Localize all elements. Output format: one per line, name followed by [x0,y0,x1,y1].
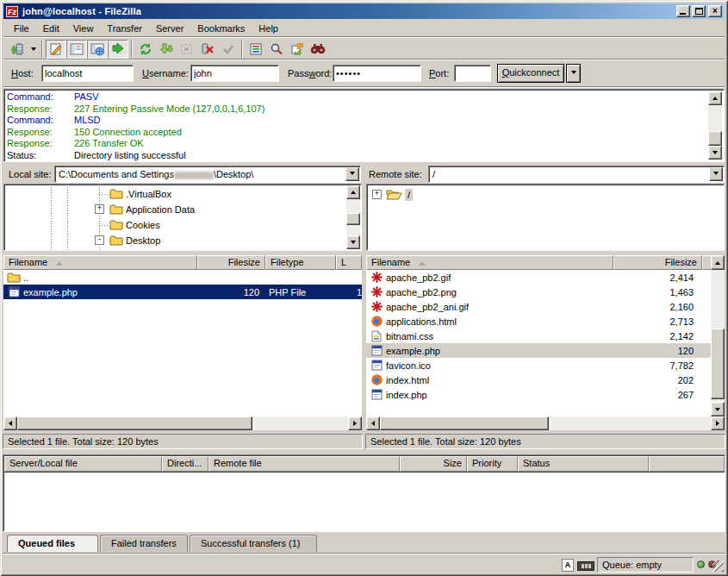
menu-file[interactable]: File [7,22,36,35]
speed-limit-indicator-icon[interactable] [577,561,594,571]
queue-header-server-local-file[interactable]: Server/Local file [4,456,162,472]
password-input[interactable] [333,65,421,82]
remote-row[interactable]: favicon.ico 7,782 [366,358,711,373]
remote-row[interactable]: bitnami.css 2,142 [366,329,711,343]
close-button[interactable]: × [708,5,722,17]
quickconnect-dropdown[interactable] [566,64,581,83]
local-scroll-right[interactable] [348,416,362,430]
remote-file-list: apache_pb2.gif 2,414 apache_pb2.png 1,46… [366,270,711,416]
apache-icon [371,272,383,283]
local-row-example-php[interactable]: example.php 120 PHP File 1 [3,285,362,299]
username-input[interactable] [190,65,279,82]
reconnect-button[interactable] [218,40,239,59]
arrow-up-icon [351,188,356,194]
chevron-down-icon [31,47,36,53]
log-scroll-down-button[interactable] [708,146,722,160]
log-scrollbar-thumb[interactable] [708,131,722,146]
log-line: Status:Directory listing successful [7,150,706,162]
local-scroll-left[interactable] [3,416,17,430]
queue-header-direction[interactable]: Directi... [162,456,208,472]
directory-comparison-button[interactable] [308,40,328,59]
queue-header-size[interactable]: Size [400,456,467,472]
chevron-down-icon [350,172,355,178]
menu-bookmarks[interactable]: Bookmarks [190,22,252,35]
remote-row[interactable]: applications.html 2,713 [366,314,711,329]
maximize-button[interactable] [692,5,706,17]
remote-root-label: / [405,189,413,201]
remote-list-scrollbar-thumb[interactable] [711,329,725,399]
toggle-local-tree-button[interactable] [66,40,87,59]
site-manager-icon [9,42,25,56]
local-header-lastmodified[interactable]: L [336,255,362,270]
site-manager-button[interactable] [7,40,28,59]
tab-queued-files[interactable]: Queued files [7,535,98,552]
expand-plus-icon[interactable]: + [95,204,104,214]
remote-site-combobox[interactable]: / [428,166,725,183]
tree-item-cookies[interactable]: Cookies [4,217,332,233]
tree-item-desktop[interactable]: - Desktop [4,233,332,248]
local-tree-scroll-down[interactable] [346,235,360,249]
menu-help[interactable]: Help [252,22,285,35]
local-tree-scroll-up[interactable] [346,185,360,199]
disconnect-button[interactable] [197,40,218,59]
tree-item-root[interactable]: + / [367,187,539,203]
log-scroll-up-button[interactable] [708,91,722,105]
minimize-button[interactable] [676,5,690,17]
expand-plus-icon[interactable]: + [372,190,382,199]
remote-list-scroll-down[interactable] [711,402,725,416]
site-manager-dropdown[interactable] [28,40,39,59]
menu-server[interactable]: Server [149,22,190,35]
synchronized-browsing-button[interactable] [287,40,308,59]
remote-list-scroll-up[interactable] [711,255,725,270]
queue-header-status[interactable]: Status [518,456,649,472]
remote-row[interactable]: apache_pb2.png 1,463 [366,285,711,299]
message-log: Command:PASV Response:227 Entering Passi… [3,89,725,162]
directory-filters-button[interactable] [246,40,266,59]
remote-row[interactable]: index.php 267 [366,387,711,402]
queue-header-remote-file[interactable]: Remote file [208,456,400,472]
menu-view[interactable]: View [66,22,101,35]
menu-edit[interactable]: Edit [36,22,66,35]
remote-scroll-left[interactable] [366,416,380,430]
title-bar[interactable]: Fz john@localhost - FileZilla × [3,3,725,19]
remote-site-dropdown[interactable] [709,167,723,181]
refresh-button[interactable] [135,40,156,59]
remote-row[interactable]: apache_pb2.gif 2,414 [366,270,711,285]
collapse-minus-icon[interactable]: - [95,235,104,245]
toggle-transfer-queue-button[interactable] [108,40,128,59]
tab-failed-transfers[interactable]: Failed transfers [100,535,188,552]
local-header-filetype[interactable]: Filetype [265,255,336,270]
message-log-icon [49,42,63,56]
tree-item-application-data[interactable]: + Application Data [4,202,332,217]
queue-header-priority[interactable]: Priority [467,456,518,472]
folder-open-icon [386,188,402,200]
remote-site-label: Remote site: [369,166,422,183]
quickconnect-button[interactable]: Quickconnect [497,64,564,83]
cancel-operation-button[interactable] [177,40,197,59]
remote-row[interactable]: index.html 202 [366,373,711,387]
local-row-parentdir[interactable]: .. [3,270,362,285]
host-input[interactable] [41,65,134,82]
remote-row-selected[interactable]: example.php 120 [366,343,711,358]
remote-hscrollbar-thumb[interactable] [380,416,549,430]
toggle-message-log-button[interactable] [46,40,66,59]
local-hscrollbar-thumb[interactable] [17,416,252,430]
tab-successful-transfers[interactable]: Successful transfers (1) [190,535,317,552]
process-queue-button[interactable] [156,40,177,59]
local-header-filename[interactable]: Filename [3,255,197,270]
remote-scroll-right[interactable] [711,416,725,430]
local-tree-scrollbar-thumb[interactable] [346,213,360,225]
local-site-dropdown[interactable] [345,167,359,181]
local-header-filesize[interactable]: Filesize [197,255,265,270]
remote-header-filename[interactable]: Filename [366,255,613,270]
port-input[interactable] [454,65,491,82]
transfer-type-indicator-icon[interactable]: A [562,559,574,572]
remote-header-filesize[interactable]: Filesize [613,255,702,270]
file-search-button[interactable] [266,40,287,59]
toggle-remote-tree-button[interactable] [87,40,108,59]
remote-row[interactable]: apache_pb2_ani.gif 2,160 [366,299,711,314]
resize-grip[interactable] [712,560,724,572]
local-site-combobox[interactable]: C:\Documents and Settings\Desktop\ [54,166,361,183]
menu-transfer[interactable]: Transfer [100,22,149,35]
tree-item-virtualbox[interactable]: .VirtualBox [4,186,332,202]
